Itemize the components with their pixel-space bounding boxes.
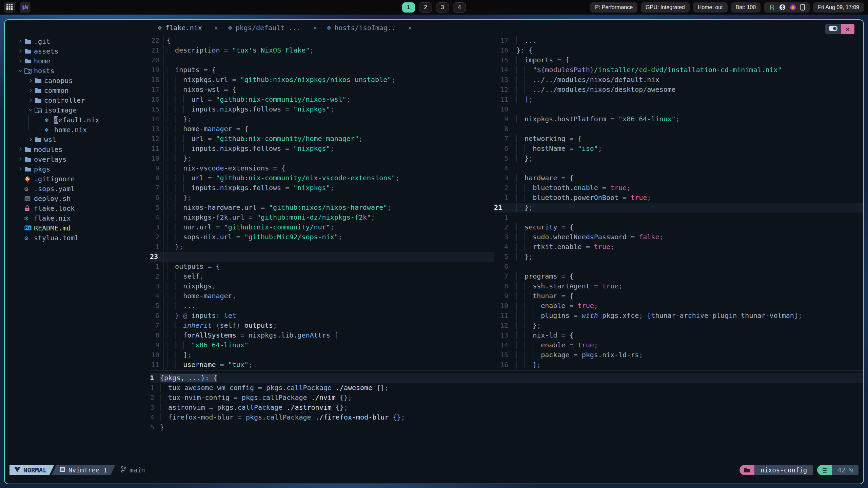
tab-close-icon[interactable]: × bbox=[313, 24, 317, 32]
chevron-right-icon[interactable] bbox=[26, 98, 35, 102]
tree-item--sops-yaml[interactable]: ⚙.sops.yaml bbox=[5, 184, 150, 194]
tree-item-home[interactable]: home bbox=[5, 56, 150, 66]
status-pill-0[interactable]: P: Performance bbox=[590, 2, 637, 13]
editor-pane-flake-nix[interactable]: 22{21▏ description = "tux's NixOS Flake"… bbox=[150, 36, 494, 370]
tree-item-hosts[interactable]: hosts bbox=[5, 66, 150, 76]
editor-pane-iso-default-nix[interactable]: 17▏ ...16}: {15▏ imports = [14▏ ▏ "${mod… bbox=[494, 36, 863, 370]
tree-item--git[interactable]: .git bbox=[5, 36, 150, 46]
workspace-button-3[interactable]: 3 bbox=[436, 2, 449, 13]
code-text: ▏ ... bbox=[513, 36, 863, 45]
chevron-right-icon[interactable] bbox=[26, 137, 35, 142]
tree-item-default-nix[interactable]: ❄default.nix bbox=[5, 115, 150, 125]
tab-pkgs-default-[interactable]: ❄pkgs/default ...× bbox=[228, 24, 317, 32]
line-number: 2 bbox=[150, 393, 157, 403]
tree-item-modules[interactable]: modules bbox=[5, 144, 150, 154]
code-line: 14▏ ▏ ▏ enable = true; bbox=[494, 340, 863, 350]
tree-item-README-md[interactable]: README.md bbox=[5, 223, 150, 233]
tree-item-flake-lock[interactable]: flake.lock bbox=[5, 203, 150, 213]
line-number: 1 bbox=[150, 383, 157, 393]
indent-guide: ▏ ▏ bbox=[167, 164, 183, 172]
line-number: 19 bbox=[150, 65, 163, 75]
chevron-down-icon[interactable] bbox=[26, 108, 35, 112]
chevron-down-icon[interactable] bbox=[16, 68, 24, 73]
code-line: 11▏ ▏ ▏ plugins = with pkgs.xfce; [thuna… bbox=[494, 311, 863, 321]
line-number: 9 bbox=[150, 163, 163, 173]
chevron-right-icon[interactable] bbox=[16, 157, 24, 161]
indent-guide: ▏ ▏ bbox=[167, 331, 183, 339]
workspace-switcher: 1234 bbox=[402, 0, 466, 15]
editor-pane-pkgs-default-nix[interactable]: 1{pkgs, ...}: {1▏ tux-awesome-wm-config … bbox=[150, 373, 863, 432]
tree-item--gitignore[interactable]: .gitignore bbox=[5, 174, 150, 184]
code-line: 9▏ nixpkgs.hostPlatform = "x86_64-linux"… bbox=[494, 114, 863, 124]
code-line: 15▏ imports = [ bbox=[494, 55, 863, 65]
tree-item-label: .sops.yaml bbox=[34, 185, 75, 193]
chevron-right-icon[interactable] bbox=[26, 78, 35, 83]
tree-item-label: canopus bbox=[44, 77, 73, 85]
workspace-button-2[interactable]: 2 bbox=[419, 2, 432, 13]
awesome-wm-logo-button[interactable]: $W bbox=[20, 2, 31, 13]
indent-guide: ▏ bbox=[516, 36, 525, 44]
code-text: ▏ ▏ ▏ package = pkgs.nix-ld-rs; bbox=[513, 350, 863, 360]
flame-icon[interactable] bbox=[790, 4, 796, 11]
split-separator-horizontal[interactable] bbox=[150, 370, 863, 371]
tree-item-common[interactable]: common bbox=[5, 85, 150, 95]
scroll-progress: 42 % bbox=[832, 465, 859, 475]
tab-close-icon[interactable]: × bbox=[214, 24, 218, 32]
chevron-right-icon[interactable] bbox=[16, 167, 24, 171]
code-text: ▏ ▏ ▏ enable = true; bbox=[513, 340, 863, 350]
nvimtree-file-explorer[interactable]: .gitassetshomehostscanopuscommoncontroll… bbox=[5, 36, 150, 243]
app-grid-button[interactable] bbox=[4, 2, 15, 13]
workspace-button-4[interactable]: 4 bbox=[453, 2, 466, 13]
phone-icon[interactable] bbox=[800, 4, 805, 11]
tree-item-isoImage[interactable]: isoImage bbox=[5, 105, 150, 115]
folder-check-icon bbox=[35, 107, 44, 113]
code-line: 6 bbox=[494, 262, 863, 271]
code-line: 3▏ ▏ nur.url = "github:nix-community/nur… bbox=[150, 222, 494, 232]
chevron-right-icon[interactable] bbox=[26, 88, 35, 93]
status-pill-2[interactable]: Home: out bbox=[693, 2, 728, 13]
tree-item-pkgs[interactable]: pkgs bbox=[5, 164, 150, 174]
line-number: 8 bbox=[494, 124, 513, 134]
ribbon-icon[interactable] bbox=[769, 4, 775, 11]
window-close-button[interactable]: × bbox=[841, 24, 854, 34]
indent-guide: ▏ bbox=[516, 154, 525, 162]
line-number: 6 bbox=[150, 311, 163, 321]
code-line: 21▏ description = "tux's NixOS Flake"; bbox=[150, 45, 494, 55]
tree-item-wsl[interactable]: wsl bbox=[5, 135, 150, 144]
tree-item-overlays[interactable]: overlays bbox=[5, 154, 150, 164]
status-pill-1[interactable]: GPU: Integrated bbox=[641, 2, 690, 13]
folder-icon bbox=[35, 137, 44, 142]
line-number: 8 bbox=[150, 330, 163, 340]
code-line: 16▏ ▏ ▏ url = "github:nix-community/nixo… bbox=[150, 95, 494, 104]
tab-hosts-isoImag-[interactable]: ❄hosts/isoImag..× bbox=[327, 24, 412, 32]
code-text: ▏ tux-awesome-wm-config = pkgs.callPacka… bbox=[157, 383, 863, 393]
tree-item-home-nix[interactable]: ❄home.nix bbox=[5, 125, 150, 135]
chevron-right-icon[interactable] bbox=[16, 49, 24, 53]
line-number: 12 bbox=[494, 85, 513, 95]
chevron-right-icon[interactable] bbox=[16, 39, 24, 43]
chevron-right-icon[interactable] bbox=[16, 59, 24, 63]
bluetooth-icon[interactable] bbox=[779, 4, 786, 11]
indent-guide: ▏ ▏ ▏ bbox=[167, 174, 191, 182]
nix-icon: ❄ bbox=[45, 126, 54, 134]
code-line: 2▏ tux-nvim-config = pkgs.callPackage ./… bbox=[150, 393, 863, 403]
tree-item-label: README.md bbox=[34, 224, 71, 232]
tree-item-canopus[interactable]: canopus bbox=[5, 76, 150, 85]
window-toggle-button[interactable] bbox=[825, 24, 841, 34]
chevron-right-icon[interactable] bbox=[16, 147, 24, 151]
tree-item-stylua-toml[interactable]: ⚙stylua.toml bbox=[5, 233, 150, 243]
tree-item-deploy-sh[interactable]: deploy.sh bbox=[5, 194, 150, 203]
indent-guide: ▏ ▏ bbox=[516, 194, 533, 202]
line-number: 6 bbox=[494, 144, 513, 154]
tree-item-assets[interactable]: assets bbox=[5, 46, 150, 56]
vim-icon bbox=[14, 466, 20, 474]
tree-item-controller[interactable]: controller bbox=[5, 95, 150, 105]
clock[interactable]: Fri Aug 09, 17:09 bbox=[813, 2, 864, 13]
tree-item-flake-nix[interactable]: ❄flake.nix bbox=[5, 213, 150, 223]
tab-close-icon[interactable]: × bbox=[408, 24, 412, 32]
workspace-button-1[interactable]: 1 bbox=[402, 2, 415, 13]
line-number: 13 bbox=[494, 75, 513, 85]
status-pill-3[interactable]: Bat: 100 bbox=[731, 2, 761, 13]
tab-flake-nix[interactable]: ❄flake.nix× bbox=[158, 24, 218, 32]
indent-guide: ▏ ▏ bbox=[516, 233, 533, 241]
